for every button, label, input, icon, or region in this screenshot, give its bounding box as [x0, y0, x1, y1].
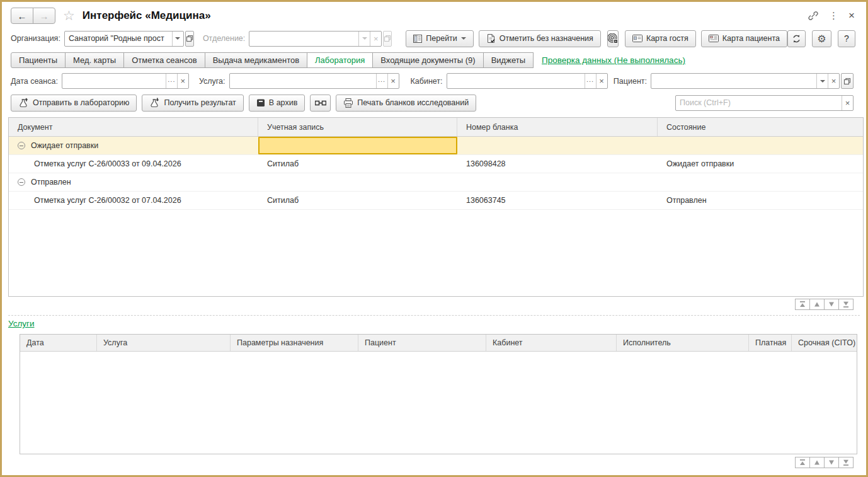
column-header-account[interactable]: Учетная запись [258, 118, 457, 136]
organization-dropdown-icon[interactable] [172, 32, 183, 46]
organization-input[interactable] [65, 32, 172, 46]
scroll-bottom-button[interactable] [838, 457, 854, 468]
send-to-lab-button[interactable]: Отправить в лабораторию [11, 95, 137, 112]
organization-choose-button[interactable] [185, 31, 194, 47]
back-button[interactable]: ← [11, 8, 33, 24]
tab-medication-dispensing[interactable]: Выдача медикаментов [205, 52, 307, 68]
view-button[interactable] [310, 95, 331, 112]
column-header-executor[interactable]: Исполнитель [617, 335, 749, 351]
table-row-document-2[interactable]: Отметка услуг С-26/00032 от 07.04.2026 С… [9, 192, 863, 210]
goto-icon [413, 35, 422, 43]
goto-button[interactable]: Перейти [406, 30, 474, 47]
session-date-ellipsis-icon[interactable]: ... [166, 74, 177, 88]
cabinet-ellipsis-icon[interactable]: ... [585, 74, 596, 88]
page-title: Интерфейс «Медицина» [83, 9, 211, 22]
column-header-urgent-cito[interactable]: Срочная (CITO) [792, 335, 857, 351]
selected-cell[interactable] [258, 137, 457, 154]
archive-button[interactable]: В архив [249, 95, 305, 112]
column-header-service[interactable]: Услуга [97, 335, 231, 351]
help-label: ? [844, 33, 849, 43]
close-icon[interactable]: × [848, 9, 855, 22]
group-label: Ожидает отправки [31, 141, 98, 150]
tab-laboratory[interactable]: Лаборатория [307, 52, 373, 68]
get-result-button[interactable]: Получить результат [142, 95, 243, 112]
mark-without-assignment-label: Отметить без назначения [500, 34, 593, 43]
scroll-top-button[interactable] [795, 457, 810, 468]
organization-field[interactable] [64, 31, 184, 47]
table-row-group-waiting[interactable]: Ожидает отправки [9, 137, 863, 155]
title-bar-actions: ⋮ × [808, 9, 866, 22]
cabinet-label: Кабинет: [411, 77, 443, 86]
table-row-document-1[interactable]: Отметка услуг С-26/00033 от 09.04.2026 С… [9, 155, 863, 173]
patient-card-icon [709, 35, 719, 42]
guest-card-button[interactable]: Карта гостя [625, 30, 696, 47]
search-input[interactable] [676, 96, 842, 110]
patient-clear-icon[interactable]: × [828, 74, 839, 88]
help-button[interactable]: ? [838, 30, 855, 47]
patient-dropdown-icon[interactable] [816, 74, 828, 88]
mark-without-assignment-button[interactable]: Отметить без назначения [479, 30, 601, 47]
column-header-form-number[interactable]: Номер бланка [457, 118, 658, 136]
rfid-reader-button[interactable] [607, 30, 619, 47]
documents-table-scroll-buttons [796, 299, 854, 310]
link-icon[interactable] [808, 11, 819, 21]
gear-icon: ⚙ [817, 33, 826, 45]
patient-field[interactable]: × [651, 73, 840, 89]
patient-input[interactable] [651, 74, 816, 88]
tab-incoming-documents[interactable]: Входящие документы (9) [372, 52, 483, 68]
tab-med-cards[interactable]: Мед. карты [65, 52, 124, 68]
goto-label: Перейти [426, 34, 457, 43]
patient-card-button[interactable]: Карта пациента [701, 30, 787, 47]
column-header-state[interactable]: Состояние [658, 118, 863, 136]
scroll-top-button[interactable] [795, 299, 810, 310]
session-date-clear-icon[interactable]: × [177, 74, 188, 88]
session-date-field[interactable]: ... × [62, 73, 189, 89]
patient-label: Пациент: [614, 77, 647, 86]
column-header-cabinet[interactable]: Кабинет [486, 335, 617, 351]
guest-card-icon [632, 35, 642, 42]
column-header-date[interactable]: Дата [20, 335, 97, 351]
data-check-link[interactable]: Проверка данных (Не выполнялась) [542, 55, 685, 65]
back-arrow-icon: ← [18, 11, 27, 21]
column-header-document[interactable]: Документ [9, 118, 258, 136]
search-clear-icon[interactable]: × [842, 96, 853, 110]
toolbar-right-group: ⚙ ? [787, 30, 868, 47]
services-link[interactable]: Услуги [8, 319, 35, 328]
column-header-patient[interactable]: Пациент [358, 335, 486, 351]
column-header-paid[interactable]: Платная [749, 335, 792, 351]
print-forms-button[interactable]: Печать бланков исследований [336, 95, 476, 112]
settings-button[interactable]: ⚙ [812, 30, 831, 47]
service-input[interactable] [230, 74, 376, 88]
cabinet-input[interactable] [447, 74, 585, 88]
collapse-icon[interactable] [18, 178, 25, 186]
organization-label: Организация: [11, 34, 60, 43]
archive-icon [256, 98, 265, 107]
service-field[interactable]: ... × [229, 73, 399, 89]
tab-widgets[interactable]: Виджеты [483, 52, 534, 68]
tab-session-marks[interactable]: Отметка сеансов [123, 52, 205, 68]
patient-choose-button[interactable] [841, 73, 854, 89]
tab-patients[interactable]: Пациенты [11, 52, 66, 68]
service-ellipsis-icon[interactable]: ... [376, 74, 387, 88]
account-cell: Ситилаб [258, 192, 457, 209]
more-menu-icon[interactable]: ⋮ [829, 10, 838, 21]
account-cell: Ситилаб [258, 155, 457, 173]
favorite-star-icon[interactable]: ☆ [63, 8, 75, 23]
session-date-input[interactable] [62, 74, 166, 88]
cabinet-field[interactable]: ... × [447, 73, 608, 89]
scroll-up-button[interactable] [809, 299, 825, 310]
refresh-icon [792, 34, 801, 43]
search-field[interactable]: × [675, 95, 854, 111]
scroll-down-button[interactable] [824, 457, 839, 468]
forward-button[interactable]: → [33, 8, 55, 24]
service-clear-icon[interactable]: × [387, 74, 399, 88]
refresh-button[interactable] [787, 30, 806, 47]
scroll-up-button[interactable] [809, 457, 825, 468]
cabinet-clear-icon[interactable]: × [596, 74, 607, 88]
column-header-assignment-params[interactable]: Параметры назначения [231, 335, 358, 351]
department-clear-icon: × [370, 32, 381, 46]
scroll-down-button[interactable] [824, 299, 839, 310]
collapse-icon[interactable] [18, 142, 25, 149]
scroll-bottom-button[interactable] [838, 299, 854, 310]
table-row-group-sent[interactable]: Отправлен [9, 173, 863, 192]
